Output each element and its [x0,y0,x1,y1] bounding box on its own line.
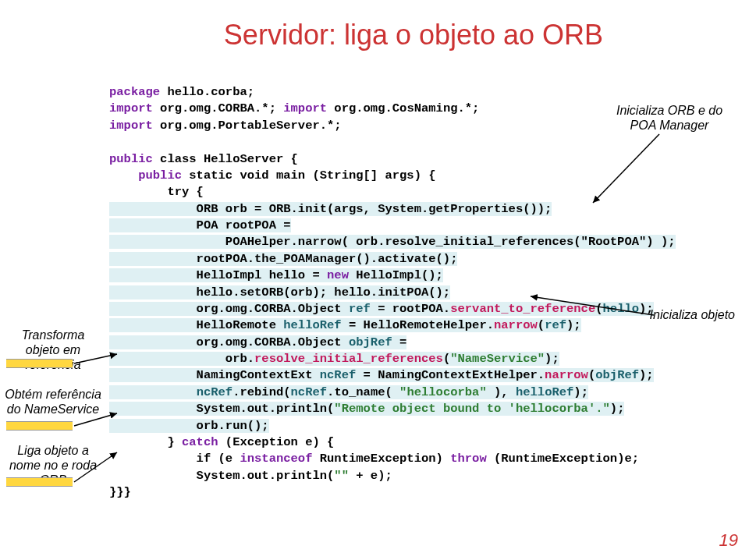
code-text: ( [588,368,595,382]
code-text: } [109,435,182,449]
kw: package [109,85,160,99]
page-number: 19 [719,530,738,551]
code-text: HelloImpl(); [349,268,443,282]
code-text: System.out.println( [109,402,334,416]
code-text: NamingContextExt [109,368,320,382]
code-text: .to_name( [327,385,399,399]
code-text: ( [538,318,545,332]
code-text: hello.corba; [160,85,254,99]
code-hl: hello.setORB(orb); hello.initPOA(); [109,285,450,299]
code-text: org.omg.CORBA.*; [153,101,283,115]
code-text: = HelloRemoteHelper. [342,318,494,332]
code-text: ( [595,302,602,316]
kw: public [109,168,182,183]
annotation-init-orb: Inicializa ORB e do POA Manager [607,103,732,133]
code-text: (RuntimeException)e; [487,452,639,466]
code-text [109,134,733,151]
code-text: ); [573,385,588,399]
code-text: ); [545,352,559,366]
str: "" [334,469,349,483]
kw: instanceof [240,452,312,466]
kw: ncRef [320,368,357,382]
code-hl: POA rootPOA = [109,218,291,232]
code-text [109,385,197,399]
str: "Remote object bound to 'hellocorba'." [334,402,609,416]
code-block: package hello.corba; import org.omg.CORB… [109,84,733,501]
kw: resolve_initial_references [254,352,443,366]
str: "NameService" [450,352,545,366]
code-text: .rebind( [233,385,290,399]
str: "hellocorba" [399,385,487,399]
code-text: + e); [349,469,392,483]
annotation-obtem: Obtém referência do NameService [3,387,103,416]
code-text: org.omg.CORBA.Object [109,335,349,349]
highlight-bar [6,421,73,431]
slide-title: Servidor: liga o objeto ao ORB [0,0,749,51]
kw: servant_to_reference [450,302,595,316]
kw: ncRef [197,385,233,399]
code-hl: POAHelper.narrow( orb.resolve_initial_re… [109,235,676,249]
code-text: try { [109,184,733,200]
kw: helloRef [516,385,573,399]
code-text: ); [639,368,654,382]
kw: import [109,101,153,115]
kw: narrow [545,368,588,382]
kw: objRef [349,335,392,349]
code-text: class HelloServer { [153,152,298,166]
code-text: org.omg.PortableServer.*; [153,119,342,133]
highlight-bar [6,477,73,487]
kw: public [109,152,153,166]
kw: catch [182,435,218,449]
code-text: }}} [109,484,733,501]
highlight-bar [6,359,73,368]
kw: narrow [494,318,538,332]
code-hl: ORB orb = ORB.init(args, System.getPrope… [109,202,552,216]
code-text: ); [566,318,581,332]
code-text: System.out.println( [109,469,334,483]
kw: ref [349,302,371,316]
kw: new [327,268,349,282]
code-text: orb. [109,352,254,366]
kw: objRef [595,368,639,382]
code-text: org.omg.CORBA.Object [109,302,349,316]
code-text: (Exception e) { [218,435,335,449]
code-text: HelloImpl hello = [109,268,327,282]
code-text: RuntimeException) [312,452,450,466]
code-text: ), [487,385,516,399]
code-text: if (e [109,452,240,466]
code-text: ); [610,402,625,416]
annotation-init-obj: Inicializa objeto [618,307,735,322]
code-text: org.omg.CosNaming.*; [327,101,479,115]
code-hl: orb.run(); [109,419,269,433]
code-hl: rootPOA.the_POAManager().activate(); [109,252,457,266]
kw: ncRef [291,385,328,399]
code-text: = [392,335,407,349]
kw: throw [450,452,487,466]
kw: import [283,101,327,115]
code-text: ( [443,352,450,366]
kw: ref [545,318,566,332]
code-text: HelloRemote [109,318,283,332]
kw: import [109,119,153,133]
code-text: = NamingContextExtHelper. [356,368,545,382]
code-text: static void main (String[] args) { [182,168,436,183]
kw: helloRef [283,318,341,332]
code-text: = rootPOA. [371,302,450,316]
